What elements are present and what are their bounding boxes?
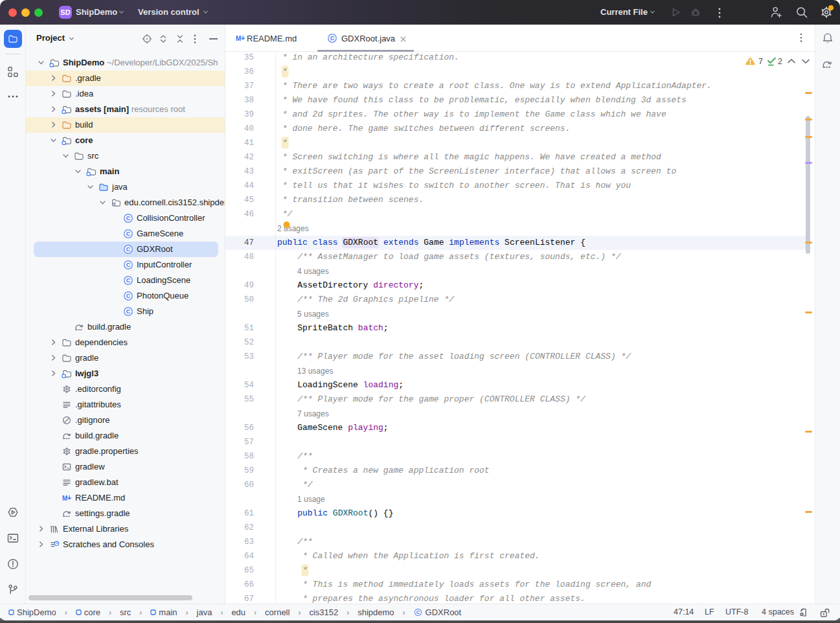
svg-text:C: C [126, 308, 131, 315]
svg-text:M: M [236, 35, 241, 42]
svg-text:M: M [62, 495, 67, 502]
svg-text:C: C [126, 215, 131, 221]
svg-text:C: C [126, 246, 131, 253]
svg-text:C: C [126, 293, 131, 299]
svg-text:C: C [126, 231, 131, 237]
svg-text:C: C [126, 277, 131, 284]
svg-text:C: C [416, 609, 420, 615]
svg-text:C: C [126, 262, 131, 268]
svg-text:C: C [330, 35, 335, 41]
